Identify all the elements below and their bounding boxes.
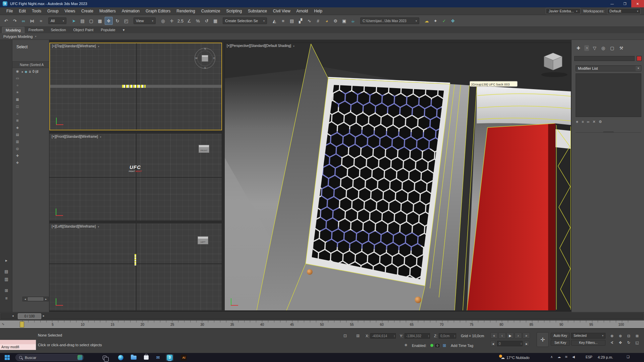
- object-name-field[interactable]: [574, 56, 635, 61]
- macro-recorder-row[interactable]: [0, 340, 36, 344]
- maximize-viewport-toggle-icon[interactable]: ◱: [633, 339, 641, 346]
- modifier-list-dropdown[interactable]: Modifier List: [576, 65, 641, 71]
- toggle-ribbon-icon[interactable]: ▞: [297, 17, 305, 25]
- go-to-end-button[interactable]: »: [523, 333, 530, 339]
- spinner-icon[interactable]: [521, 342, 522, 345]
- remove-modifier-icon[interactable]: ✕: [592, 120, 595, 124]
- mirror-icon[interactable]: ◭: [270, 17, 278, 25]
- task-view-button[interactable]: [101, 354, 109, 361]
- menu-item[interactable]: Substance: [245, 7, 270, 15]
- show-end-result-icon[interactable]: ≡: [582, 120, 584, 124]
- select-and-rotate-icon[interactable]: ↻: [113, 17, 121, 25]
- select-and-link-icon[interactable]: ∞: [19, 17, 28, 25]
- scroll-left-arrow[interactable]: ◂: [23, 298, 28, 301]
- menu-item[interactable]: Rendering: [173, 7, 198, 15]
- menu-item[interactable]: Edit: [16, 7, 29, 15]
- select-and-move-icon[interactable]: ✥: [105, 17, 113, 25]
- unlink-selection-icon[interactable]: ⋈: [28, 17, 36, 25]
- workspace-dropdown[interactable]: Default: [607, 8, 641, 14]
- key-mode-dropdown[interactable]: Selected: [571, 333, 605, 339]
- spinner-icon[interactable]: [394, 335, 395, 337]
- named-selection-set-dropdown[interactable]: Create Selection Se: [223, 17, 267, 24]
- tab-selection[interactable]: Selection: [47, 27, 69, 33]
- layer-manager-icon[interactable]: ▤: [288, 17, 296, 25]
- use-pivot-point-center-icon[interactable]: ◎: [159, 17, 167, 25]
- network-icon[interactable]: ≋: [565, 355, 568, 359]
- bind-to-space-warp-icon[interactable]: ≈: [37, 17, 45, 25]
- tab-object-paint[interactable]: Object Paint: [70, 27, 97, 33]
- viewcube[interactable]: [202, 55, 208, 62]
- utilities-tab-icon[interactable]: ⚒: [618, 45, 624, 51]
- hidden-icons-chevron[interactable]: ∧: [550, 355, 553, 359]
- next-key-button[interactable]: ▸: [524, 341, 529, 346]
- mini-curve-editor-icon[interactable]: ∿: [2, 322, 4, 326]
- maxscript-mini-listener[interactable]: Array modifi: [0, 340, 36, 350]
- spinner-snap-toggle-icon[interactable]: ↺: [203, 17, 211, 25]
- tab-freeform[interactable]: Freeform: [25, 27, 47, 33]
- window-crossing-icon[interactable]: ▩: [96, 17, 104, 25]
- viewport-layout-grid-icon[interactable]: ⊞: [2, 287, 10, 294]
- viewport-layout-a-icon[interactable]: ▤: [2, 268, 10, 275]
- selection-lock-icon[interactable]: ⊡: [343, 334, 347, 338]
- render-production-icon[interactable]: ☕: [349, 17, 357, 25]
- set-keys-button[interactable]: ✛: [537, 332, 549, 347]
- viewport-perspective[interactable]: [Group139] UFC back 003 [+][Perspective]…: [224, 43, 571, 311]
- angle-snap-toggle-icon[interactable]: ∠: [185, 17, 193, 25]
- viewport-front[interactable]: [+][Front][Standard][Wireframe]▼ UFC FIG…: [49, 133, 222, 221]
- viewport-layout-b-icon[interactable]: ▥: [2, 276, 10, 283]
- render-flyout-icon[interactable]: ✦: [431, 17, 439, 25]
- add-filter-icon[interactable]: ✚: [16, 154, 19, 158]
- filter-all-icon[interactable]: ◉: [16, 69, 19, 73]
- minimize-button[interactable]: —: [606, 0, 619, 7]
- tab-modeling[interactable]: Modeling: [2, 27, 24, 33]
- object-color-swatch[interactable]: [637, 56, 642, 61]
- selection-filter-dropdown[interactable]: All: [48, 17, 66, 24]
- viewport-menu-icon[interactable]: ▼: [97, 226, 99, 228]
- field-of-view-icon[interactable]: ∢: [608, 339, 616, 346]
- viewport-menu-icon[interactable]: ▼: [293, 45, 295, 47]
- clock[interactable]: 4:29 p.m.: [598, 355, 613, 359]
- y-coordinate-field[interactable]: -1384,332: [405, 333, 430, 339]
- viewport-front-label[interactable]: [+][Front][Standard][Wireframe]▼: [52, 135, 102, 138]
- menu-item[interactable]: Customize: [198, 7, 223, 15]
- model-top-view[interactable]: [122, 85, 146, 88]
- language-indicator[interactable]: ESP: [586, 355, 592, 359]
- configure-modifier-sets-icon[interactable]: ⚙: [599, 120, 602, 124]
- snaps-toggle-icon[interactable]: 2.5: [176, 17, 184, 25]
- degradation-value-badge[interactable]: 0: [435, 343, 440, 348]
- tree-item-label[interactable]: 0 (d: [33, 70, 38, 73]
- viewport-menu-icon[interactable]: ▼: [100, 136, 102, 138]
- modifier-stack[interactable]: [576, 73, 641, 117]
- render-in-cloud-icon[interactable]: ☁: [423, 17, 431, 25]
- viewport-left-label[interactable]: [+][Left][Standard][Wireframe]▼: [52, 225, 99, 228]
- pin-stack-icon[interactable]: ∗: [576, 120, 579, 124]
- compass-north[interactable]: N: [204, 48, 206, 50]
- filter-spacewarps-icon[interactable]: ⌂: [16, 112, 18, 116]
- signed-in-user-button[interactable]: Javier Esteba...: [546, 8, 581, 14]
- filter-lights-icon[interactable]: ☀: [16, 90, 19, 95]
- filter-groups-icon[interactable]: ≣: [16, 119, 19, 123]
- microsoft-store-button[interactable]: [142, 354, 150, 361]
- viewport-top-label[interactable]: [+][Top][Standard][Wireframe]▼: [52, 44, 100, 48]
- menu-item[interactable]: Tools: [29, 7, 44, 15]
- z-coordinate-field[interactable]: 0,0cm: [439, 333, 456, 339]
- spinner-icon[interactable]: [454, 335, 456, 337]
- start-button[interactable]: [5, 355, 10, 360]
- rollout-resize-nub[interactable]: [603, 131, 613, 133]
- filter-xrefs-icon[interactable]: ◈: [16, 126, 19, 130]
- rendered-frame-window-icon[interactable]: ▣: [340, 17, 348, 25]
- track-bar[interactable]: ∿ 51015202530354045505560657075808590951…: [0, 320, 644, 328]
- scroll-right-arrow[interactable]: ▸: [44, 298, 48, 301]
- filter-materials-icon[interactable]: ▤: [16, 133, 19, 137]
- ribbon-config-dropdown[interactable]: ▾: [119, 27, 128, 33]
- next-frame-button[interactable]: ›: [515, 333, 522, 339]
- viewport-layout-list-icon[interactable]: ≡: [2, 295, 10, 302]
- viewport-menu-icon[interactable]: ▼: [98, 46, 100, 48]
- make-unique-icon[interactable]: ∞: [587, 120, 590, 124]
- menu-item[interactable]: Animation: [119, 7, 143, 15]
- edit-named-selection-sets-icon[interactable]: ▦: [211, 17, 219, 25]
- select-by-name-icon[interactable]: ▤: [78, 17, 87, 25]
- onedrive-icon[interactable]: ☁: [557, 355, 561, 359]
- select-and-scale-icon[interactable]: ◰: [122, 17, 130, 25]
- go-to-start-button[interactable]: «: [490, 333, 498, 339]
